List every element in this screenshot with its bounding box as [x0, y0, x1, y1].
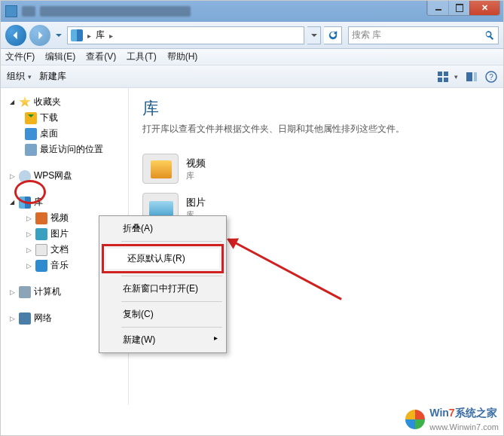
tree-label: 计算机: [34, 285, 61, 298]
ctx-new[interactable]: 新建(W): [102, 330, 224, 350]
menu-view[interactable]: 查看(V): [86, 50, 116, 63]
library-type: 库: [186, 170, 206, 181]
title-blur: [22, 6, 35, 17]
maximize-button[interactable]: [448, 0, 469, 15]
expand-icon[interactable]: [25, 246, 32, 254]
libraries-icon: [71, 29, 83, 41]
ctx-copy[interactable]: 复制(C): [102, 304, 224, 325]
page-title: 库: [142, 97, 490, 120]
tree-label: 库: [34, 196, 43, 209]
ctx-separator: [121, 327, 222, 328]
tree-wps[interactable]: WPS网盘: [4, 168, 125, 184]
breadcrumb-label[interactable]: 库: [96, 29, 105, 41]
tree-label: WPS网盘: [34, 169, 72, 182]
desktop-icon: [25, 128, 37, 140]
ctx-separator: [121, 241, 222, 242]
svg-rect-0: [438, 72, 442, 76]
svg-rect-5: [474, 72, 477, 81]
expand-icon[interactable]: [25, 262, 32, 270]
ctx-open-new-window[interactable]: 在新窗口中打开(E): [102, 279, 224, 299]
menu-file[interactable]: 文件(F): [5, 50, 35, 63]
expand-icon[interactable]: [8, 99, 16, 106]
tree-desktop[interactable]: 桌面: [4, 126, 125, 142]
logo-icon: [405, 410, 425, 429]
address-bar[interactable]: 库: [67, 26, 304, 44]
new-library-button[interactable]: 新建库: [39, 70, 66, 83]
music-icon: [35, 260, 47, 272]
command-bar: 组织 新建库 ?: [1, 66, 503, 88]
expand-icon[interactable]: [8, 288, 16, 296]
recent-icon: [25, 144, 37, 156]
breadcrumb-sep-icon: [86, 30, 93, 41]
cloud-icon: [19, 170, 31, 182]
libraries-icon: [19, 197, 31, 209]
address-dropdown[interactable]: [307, 26, 321, 44]
ctx-restore-default-libraries[interactable]: 还原默认库(R): [106, 248, 219, 269]
video-library-icon: [142, 154, 179, 184]
wm-text: 系统之家: [455, 407, 497, 419]
tree-label: 图片: [50, 227, 69, 240]
menu-bar: 文件(F) 编辑(E) 查看(V) 工具(T) 帮助(H): [1, 49, 503, 66]
star-icon: [19, 96, 31, 108]
tree-label: 收藏夹: [34, 96, 61, 108]
page-subtitle: 打开库以查看文件并根据文件夹、日期和其他属性排列这些文件。: [142, 123, 490, 136]
menu-edit[interactable]: 编辑(E): [45, 50, 75, 63]
computer-icon: [19, 286, 31, 298]
network-icon: [19, 313, 31, 325]
svg-text:?: ?: [489, 73, 493, 81]
search-box[interactable]: 搜索 库: [348, 26, 499, 44]
preview-pane-button[interactable]: [466, 71, 478, 83]
library-name: 视频: [186, 157, 206, 170]
window-controls: [426, 0, 500, 16]
organize-button[interactable]: 组织: [7, 70, 32, 83]
download-icon: [25, 112, 37, 124]
close-button[interactable]: [469, 0, 499, 15]
picture-icon: [35, 228, 47, 240]
explorer-body: 收藏夹 下载 桌面 最近访问的位置 WPS网盘: [1, 88, 503, 404]
expand-icon[interactable]: [8, 315, 16, 322]
tree-label: 网络: [34, 312, 52, 325]
navigation-bar: 库 搜索 库: [1, 22, 503, 49]
annotation-highlight: 还原默认库(R): [102, 244, 224, 273]
back-button[interactable]: [5, 25, 26, 46]
tree-downloads[interactable]: 下载: [4, 110, 125, 126]
window-titlebar: [1, 1, 503, 22]
video-icon: [35, 212, 47, 224]
title-blur: [40, 6, 191, 17]
tree-label: 音乐: [50, 259, 69, 272]
tree-favorites[interactable]: 收藏夹: [4, 94, 125, 110]
view-mode-button[interactable]: [437, 71, 458, 83]
tree-label: 最近访问的位置: [40, 143, 103, 156]
document-icon: [35, 244, 47, 256]
tree-label: 视频: [50, 212, 69, 224]
tree-label: 下载: [40, 111, 58, 124]
ctx-separator: [121, 301, 222, 302]
refresh-button[interactable]: [324, 26, 342, 44]
search-placeholder: 搜索 库: [352, 29, 381, 41]
ctx-separator: [121, 276, 222, 276]
library-item-videos[interactable]: 视频 库: [142, 149, 490, 188]
tree-recent[interactable]: 最近访问的位置: [4, 142, 125, 157]
menu-tools[interactable]: 工具(T): [127, 50, 156, 63]
help-button[interactable]: ?: [485, 71, 497, 83]
menu-help[interactable]: 帮助(H): [167, 50, 198, 63]
library-name: 图片: [186, 196, 206, 209]
wm-text: 7: [449, 407, 455, 419]
forward-button[interactable]: [29, 25, 50, 46]
expand-icon[interactable]: [8, 172, 16, 180]
minimize-button[interactable]: [427, 0, 448, 15]
search-icon: [484, 30, 495, 41]
context-menu: 折叠(A) 还原默认库(R) 在新窗口中打开(E) 复制(C) 新建(W): [99, 215, 227, 353]
tree-libraries[interactable]: 库: [4, 194, 125, 210]
expand-icon[interactable]: [8, 199, 16, 206]
tree-label: 文档: [50, 243, 69, 256]
watermark: Win7系统之家 www.Winwin7.com: [405, 407, 499, 432]
svg-rect-1: [444, 72, 448, 76]
ctx-collapse[interactable]: 折叠(A): [102, 218, 224, 239]
expand-icon[interactable]: [25, 215, 32, 222]
wm-text: Win: [429, 407, 449, 419]
history-dropdown[interactable]: [53, 26, 64, 44]
expand-icon[interactable]: [25, 230, 32, 238]
window-icon: [5, 5, 17, 17]
svg-rect-4: [466, 72, 472, 81]
